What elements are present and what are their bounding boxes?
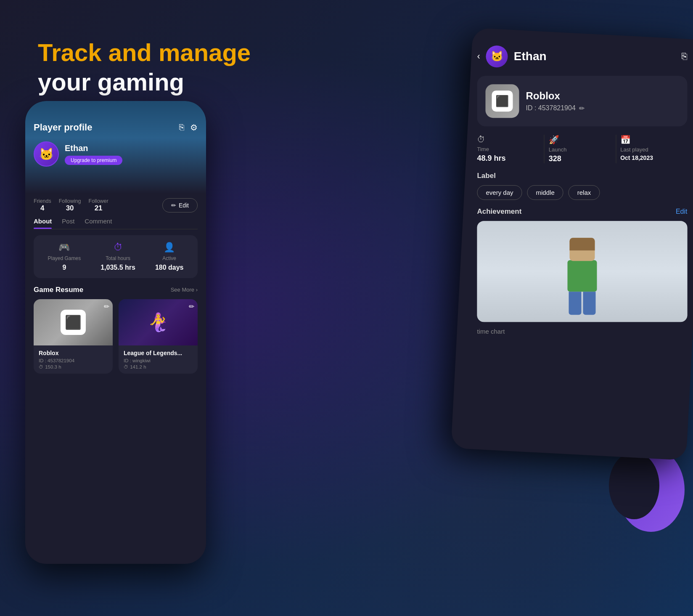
launch-stat: 🚀 Launch 328	[545, 135, 616, 163]
left-phone: 9:41 ▪▪▪ 📶 🔋 Player profile ⎘ ⚙ 🐱 Ethan …	[25, 101, 206, 564]
character-body	[567, 260, 597, 292]
tag-everyday[interactable]: every day	[477, 185, 522, 200]
total-hours-value: 1,035.5 hrs	[101, 264, 135, 271]
character-left-leg	[569, 292, 581, 315]
character-hair	[569, 238, 595, 250]
achievement-section: Achievement Edit	[477, 207, 687, 338]
hero-highlight: Track and manage	[38, 39, 251, 66]
avatar: 🐱	[34, 141, 59, 167]
played-games-label: Played Games	[48, 255, 81, 261]
following-value: 30	[66, 204, 74, 212]
follower-label: Follower	[89, 198, 108, 204]
character-legs	[569, 292, 595, 315]
achievement-bg	[477, 221, 687, 322]
tab-post[interactable]: Post	[62, 218, 74, 229]
see-more-button[interactable]: See More ›	[171, 287, 198, 293]
header-row: Player profile ⎘ ⚙	[34, 118, 198, 137]
tag-relax[interactable]: relax	[569, 185, 600, 200]
game-resume-title: Game Resume	[34, 286, 83, 294]
achievement-header: Achievement Edit	[477, 207, 687, 216]
following-label: Following	[59, 198, 81, 204]
edit-button[interactable]: ✏ Edit	[162, 198, 198, 212]
tab-comment[interactable]: Comment	[85, 218, 112, 229]
phone-header-content: Player profile ⎘ ⚙	[25, 114, 206, 137]
label-tags: every day middle relax	[477, 185, 687, 200]
id-edit-icon[interactable]: ✏	[579, 104, 585, 112]
roblox-image: ⬛	[34, 299, 113, 345]
game-resume-header: Game Resume See More ›	[34, 286, 198, 294]
header-icons: ⎘ ⚙	[179, 122, 198, 133]
clock-icon: ⏱	[114, 242, 123, 253]
gamepad-icon: 🎮	[58, 242, 70, 253]
played-games-card: 🎮 Played Games 9	[48, 242, 81, 271]
roblox-character	[557, 238, 607, 322]
calendar-icon: 📅	[620, 135, 631, 145]
character-head	[569, 238, 595, 261]
stat-friends: Friends 4	[34, 198, 51, 212]
label-section: Label every day middle relax	[477, 172, 687, 200]
stats-row: Friends 4 Following 30 Follower 21	[34, 198, 162, 212]
time-chart-label: time chart	[477, 322, 687, 338]
game-detail-card: ⬛ Roblox ID : 4537821904 ✏	[477, 76, 687, 126]
game-detail-logo: ⬛	[485, 84, 519, 118]
time-value: 48.9 hrs	[477, 154, 505, 163]
game-id-text: ID : 4537821904	[526, 104, 575, 112]
stat-following: Following 30	[59, 198, 81, 212]
launch-icon: 🚀	[549, 135, 559, 145]
person-icon: 👤	[164, 242, 175, 253]
label-section-title: Label	[477, 172, 687, 180]
right-panel-inner: ‹ 🐱 Ethan ⎘ ⬛ Roblox ID : 4537821904 ✏ ⏱	[464, 34, 693, 350]
lol-id: ID : wingkiwi	[124, 358, 193, 363]
last-played-value: Oct 18,2023	[620, 154, 653, 161]
game-detail-name: Roblox	[526, 90, 679, 102]
achievement-edit-button[interactable]: Edit	[676, 208, 688, 215]
roblox-card-body: Roblox ID : 4537821904 ⏱ 150.3 h	[34, 345, 113, 374]
games-grid: ✏ ⬛ Roblox ID : 4537821904 ⏱ 150.3 h ✏ 🧜…	[34, 299, 198, 374]
lol-time: ⏱ 141.2 h	[124, 364, 193, 369]
active-card: 👤 Active 180 days	[155, 242, 184, 271]
profile-name: Ethan	[65, 143, 122, 153]
stat-follower: Follower 21	[89, 198, 108, 212]
last-played-stat: 📅 Last played Oct 18,2023	[616, 135, 687, 163]
game-stats-row: ⏱ Time 48.9 hrs 🚀 Launch 328 📅 Last play…	[477, 135, 687, 163]
lol-game-card: ✏ 🧜‍♀️ League of Legends... ID : wingkiw…	[119, 299, 198, 374]
edit-icon: ✏	[171, 202, 176, 209]
lol-name: League of Legends...	[124, 350, 193, 356]
time-icon: ⏱	[477, 135, 485, 144]
game-detail-id: ID : 4537821904 ✏	[526, 104, 679, 112]
profile-info: Ethan Upgrade to premium	[65, 143, 122, 165]
active-label: Active	[162, 255, 176, 261]
back-button[interactable]: ‹	[477, 51, 480, 62]
active-value: 180 days	[155, 264, 184, 271]
roblox-time: ⏱ 150.3 h	[39, 364, 108, 369]
achievement-title: Achievement	[477, 207, 521, 216]
share-button[interactable]: ⎘	[179, 122, 184, 133]
right-avatar: 🐱	[486, 45, 508, 67]
launch-label: Launch	[549, 146, 567, 153]
player-profile-title: Player profile	[34, 122, 92, 133]
follower-value: 21	[95, 204, 103, 212]
settings-button[interactable]: ⚙	[190, 122, 198, 133]
friends-value: 4	[40, 204, 44, 212]
right-share-button[interactable]: ⎘	[682, 51, 687, 62]
lol-card-body: League of Legends... ID : wingkiwi ⏱ 141…	[119, 345, 198, 374]
launch-value: 328	[549, 154, 561, 163]
roblox-logo-sm: ⬛	[492, 90, 513, 112]
time-stat: ⏱ Time 48.9 hrs	[477, 135, 544, 163]
right-header-left: ‹ 🐱 Ethan	[477, 45, 546, 67]
roblox-logo: ⬛	[61, 310, 86, 335]
decorative-circle-inner	[609, 452, 659, 519]
roblox-game-card: ✏ ⬛ Roblox ID : 4537821904 ⏱ 150.3 h	[34, 299, 113, 374]
total-hours-label: Total hours	[106, 255, 130, 261]
roblox-name: Roblox	[39, 350, 108, 356]
lol-edit-icon[interactable]: ✏	[189, 303, 194, 311]
roblox-edit-icon[interactable]: ✏	[104, 303, 109, 311]
character-right-leg	[583, 292, 595, 315]
premium-badge[interactable]: Upgrade to premium	[65, 156, 122, 165]
tab-about[interactable]: About	[34, 218, 52, 229]
stats-cards: 🎮 Played Games 9 ⏱ Total hours 1,035.5 h…	[34, 235, 198, 278]
roblox-id: ID : 4537821904	[39, 358, 108, 363]
tag-middle[interactable]: middle	[527, 185, 563, 200]
total-hours-card: ⏱ Total hours 1,035.5 hrs	[101, 242, 135, 271]
game-detail-info: Roblox ID : 4537821904 ✏	[526, 90, 679, 112]
